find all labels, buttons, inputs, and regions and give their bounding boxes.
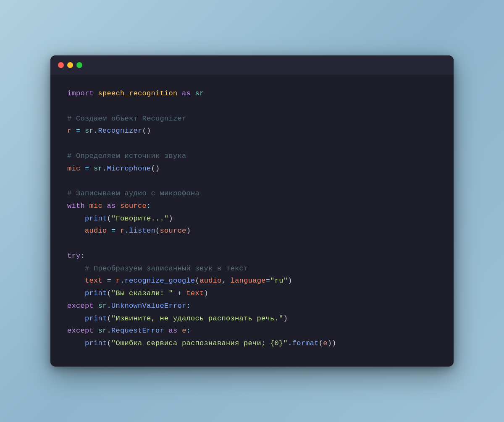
titlebar	[50, 55, 454, 75]
code-line: print("Ошибка сервиса распознавания речи…	[67, 337, 437, 350]
code-line: except sr.UnknownValueError:	[67, 300, 437, 312]
blank-line	[67, 175, 437, 187]
comment-line: # Определяем источник звука	[67, 150, 437, 163]
code-line: try:	[67, 250, 437, 262]
blank-line	[67, 237, 437, 250]
code-line: except sr.RequestError as e:	[67, 325, 437, 337]
comment-line: # Создаем объект Recognizer	[67, 113, 437, 125]
code-line: r = sr.Recognizer()	[67, 125, 437, 137]
maximize-button[interactable]	[76, 62, 82, 68]
close-button[interactable]	[58, 62, 64, 68]
code-line: text = r.recognize_google(audio, languag…	[67, 275, 437, 287]
code-line: with mic as source:	[67, 200, 437, 212]
comment-line: # Преобразуем записанный звук в текст	[67, 262, 437, 275]
code-window: import speech_recognition as sr # Создае…	[50, 55, 454, 367]
code-line: print("Говорите...")	[67, 212, 437, 225]
blank-line	[67, 100, 437, 113]
code-line: audio = r.listen(source)	[67, 225, 437, 237]
keyword-import: import	[67, 89, 94, 97]
code-line: import speech_recognition as sr	[67, 87, 437, 100]
minimize-button[interactable]	[67, 62, 73, 68]
comment-line: # Записываем аудио с микрофона	[67, 187, 437, 200]
module-name: speech_recognition	[98, 89, 178, 97]
blank-line	[67, 137, 437, 150]
code-editor: import speech_recognition as sr # Создае…	[50, 75, 454, 367]
code-line: mic = sr.Microphone()	[67, 163, 437, 175]
code-line: print("Вы сказали: " + text)	[67, 287, 437, 300]
code-line: print("Извините, не удалось распознать р…	[67, 312, 437, 325]
